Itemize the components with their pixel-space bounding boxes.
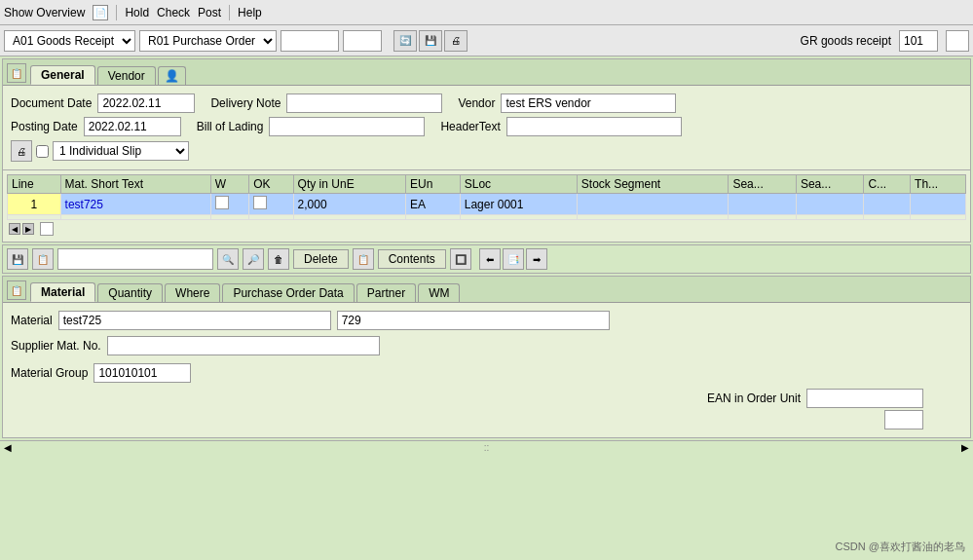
cell-c [864,194,911,215]
print-checkbox[interactable] [36,145,49,158]
supplier-mat-input[interactable] [107,336,380,355]
supplier-mat-row: Supplier Mat. No. [11,336,962,355]
tab-where[interactable]: Where [165,283,220,302]
empty-ss [577,215,729,220]
supplier-mat-label: Supplier Mat. No. [11,339,101,353]
tab-quantity[interactable]: Quantity [97,283,163,302]
menu-help[interactable]: Help [238,6,262,19]
delivery-note-input[interactable] [286,93,442,113]
material-num-input[interactable] [337,311,610,330]
movement-type-field: A01 Goods Receipt [4,30,135,52]
cell-qty: 2,000 [293,194,405,215]
material-group-label: Material Group [11,366,88,380]
lower-section: 📋 Material Quantity Where Purchase Order… [2,276,971,438]
ean-input[interactable] [806,389,923,408]
bill-of-lading-input[interactable] [269,117,425,136]
scroll-left[interactable]: ◀ [4,442,12,453]
ean-label: EAN in Order Unit [707,392,801,405]
toolbar-input1[interactable] [281,30,339,52]
save-table-icon[interactable]: 💾 [7,248,28,270]
menu-hold[interactable]: Hold [125,6,149,19]
cell-th [911,194,966,215]
detail-icon-btn[interactable]: 🔲 [450,248,471,270]
col-line: Line [8,175,61,194]
refresh-icon-btn[interactable]: 🔄 [393,30,417,52]
nav-icon3[interactable]: ➡ [526,248,547,270]
doc-date-label: Document Date [11,96,92,110]
nav-icon2[interactable]: 📑 [503,248,524,270]
table-search-input[interactable] [57,248,213,270]
cell-stock-seg [577,194,729,215]
print-btn[interactable]: 🖨 [11,140,32,162]
gr-input2[interactable] [946,30,969,52]
ean-extra-input[interactable] [884,410,923,429]
material-tab-content: Material Supplier Mat. No. Material Grou… [3,302,970,437]
menu-show-overview[interactable]: Show Overview [4,6,85,19]
delete-button[interactable]: Delete [293,249,349,269]
items-table: Line Mat. Short Text W OK Qty in UnE EUn… [7,174,966,220]
tab-wm[interactable]: WM [418,283,460,302]
tab-partner[interactable]: Partner [356,283,416,302]
search-next-icon-btn[interactable]: 🔎 [243,248,264,270]
col-th: Th... [911,175,966,194]
col-qty: Qty in UnE [293,175,405,194]
menu-divider2 [229,5,230,20]
empty-sloc [460,215,577,220]
tab-general[interactable]: General [30,65,95,85]
vendor-input[interactable] [501,93,676,113]
menu-check[interactable]: Check [157,6,190,19]
doc-date-input[interactable] [97,93,195,113]
vendor-label: Vendor [458,96,495,110]
upper-tab-bar: General Vendor 👤 [28,65,186,85]
table-row[interactable]: 1 test725 2,000 EA Lager 0001 [8,194,966,215]
empty-s2 [796,215,864,220]
menu-post[interactable]: Post [198,6,221,19]
tab-vendor[interactable]: Vendor [97,66,156,85]
slip-select[interactable]: 1 Individual Slip [53,141,189,161]
table-icon2[interactable]: 📋 [32,248,54,270]
contents-label: Contents [389,252,435,266]
cell-line: 1 [8,194,61,215]
upper-section-icon[interactable]: 📋 [7,63,26,83]
trash-icon-btn[interactable]: 🗑 [268,248,289,270]
col-c: C... [864,175,911,194]
table-checkbox[interactable] [40,222,54,236]
material-group-field: Material Group [11,363,191,383]
print-row: 🖨 1 Individual Slip [11,140,962,162]
gr-input[interactable] [899,30,938,52]
posting-date-input[interactable] [84,117,181,136]
menu-bar: Show Overview 📄 Hold Check Post Help [0,0,973,25]
search-icon-btn[interactable]: 🔍 [217,248,239,270]
nav-right[interactable]: ▶ [22,223,34,235]
order-type-select[interactable]: R01 Purchase Order [139,30,277,52]
save-icon-btn[interactable]: 💾 [419,30,442,52]
print-icon-btn[interactable]: 🖨 [444,30,468,52]
delivery-note-label: Delivery Note [210,96,281,110]
gr-label: GR goods receipt [801,34,891,48]
material-input[interactable] [58,311,331,330]
form-row-2: Posting Date Bill of Lading HeaderText [11,117,962,136]
col-w: W [210,175,249,194]
copy-icon-btn[interactable]: 📋 [353,248,374,270]
empty-ok [249,215,293,220]
tab-person-icon[interactable]: 👤 [158,66,186,85]
toolbar-input2[interactable] [343,30,382,52]
empty-c [864,215,911,220]
material-group-input[interactable] [94,363,191,383]
tab-purchase-order-data[interactable]: Purchase Order Data [222,283,354,302]
scroll-right[interactable]: ▶ [961,442,969,453]
material-group-row: Material Group [11,363,962,383]
tab-material[interactable]: Material [30,282,95,302]
ok-checkbox[interactable] [253,196,267,209]
material-row: Material [11,311,962,330]
posting-date-label: Posting Date [11,120,78,133]
contents-button[interactable]: Contents [378,249,446,269]
lower-section-icon[interactable]: 📋 [7,280,26,300]
doc-icon[interactable]: 📄 [93,5,108,20]
headertext-input[interactable] [506,117,682,136]
empty-w [210,215,249,220]
nav-icon1[interactable]: ⬅ [479,248,501,270]
movement-type-select[interactable]: A01 Goods Receipt [4,30,135,52]
nav-left[interactable]: ◀ [9,223,20,235]
w-checkbox[interactable] [215,196,229,209]
